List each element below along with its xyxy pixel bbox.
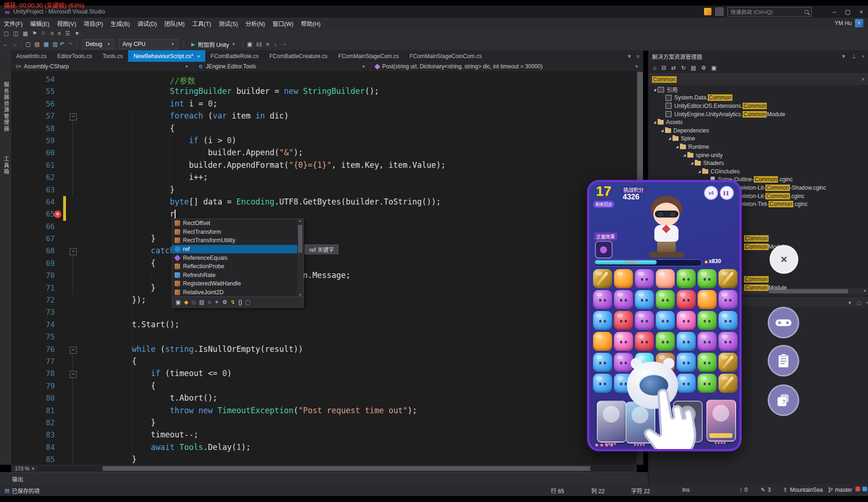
tree-item[interactable]: ◢CGIncludes: [648, 167, 868, 176]
restore-icon[interactable]: ▢: [857, 300, 861, 305]
frog-tile[interactable]: [698, 311, 717, 330]
tree-item-fragment[interactable]: Common: [744, 235, 769, 242]
tree-item[interactable]: ◢Shaders: [648, 159, 868, 167]
menu-item[interactable]: 工具(T): [189, 18, 215, 29]
pig-tile[interactable]: [677, 311, 696, 330]
zoom-level-dropdown[interactable]: 173 %: [11, 466, 31, 471]
tree-item[interactable]: UnityEngine.UnityAnalytics.CommonModule: [648, 110, 868, 119]
code-line[interactable]: 78− if (timeout <= 0): [11, 368, 637, 380]
user-area[interactable]: YM Hu Y: [835, 19, 868, 27]
purple-cat-tile[interactable]: [593, 290, 612, 309]
scroll-right-icon[interactable]: ►: [863, 289, 867, 293]
outline-icon[interactable]: ☰: [65, 31, 70, 36]
new-window-icon[interactable]: ▢: [4, 31, 9, 36]
document-tab[interactable]: AssetInfo.cs: [11, 50, 52, 62]
maximize-button[interactable]: ▢: [841, 6, 855, 18]
popup-scrollbar[interactable]: ▲▼: [297, 219, 303, 297]
bunny-tile[interactable]: [635, 290, 654, 309]
stop-icon[interactable]: ■: [266, 41, 269, 47]
overlay-gamepad-button[interactable]: [768, 307, 799, 338]
step-into-icon[interactable]: ⇣: [273, 41, 278, 47]
menu-item[interactable]: 视图(V): [53, 18, 80, 29]
build-icon[interactable]: ▣: [247, 41, 252, 47]
code-line[interactable]: 74 t.Start();: [11, 319, 637, 331]
overlay-notes-button[interactable]: [768, 345, 799, 376]
chevron-down-icon[interactable]: ▼: [841, 53, 846, 59]
split-window-icon[interactable]: ◫: [13, 31, 18, 36]
code-line[interactable]: 77 {: [11, 356, 637, 368]
purple-cat-tile[interactable]: [718, 332, 737, 351]
sidebar-tab-server-explorer[interactable]: 服务器资源管理器: [2, 82, 10, 132]
scrollbar-thumb[interactable]: [103, 466, 590, 471]
notification-icon[interactable]: [704, 8, 711, 15]
tree-item[interactable]: ◢spine-unity: [648, 151, 868, 159]
menu-item[interactable]: 帮助(H): [297, 18, 324, 29]
collapse-all-icon[interactable]: ⊟: [661, 65, 666, 71]
code-line[interactable]: 72 });: [11, 294, 637, 306]
tree-item-fragment[interactable]: CommonModule: [744, 284, 787, 291]
bunny-tile[interactable]: [656, 311, 675, 330]
classes-icon[interactable]: ◆: [184, 299, 188, 305]
code-line[interactable]: 84 await Tools.Delay(1);: [11, 442, 637, 454]
code-line[interactable]: 60 builder.Append("&");: [11, 147, 637, 159]
code-line[interactable]: 71 }: [11, 282, 637, 294]
error-icon[interactable]: ×: [54, 211, 61, 218]
wand-tile[interactable]: [718, 374, 737, 393]
menu-item[interactable]: 窗口(W): [269, 18, 297, 29]
document-tab[interactable]: EditorTools.cs: [52, 50, 97, 62]
close-tab-icon[interactable]: ×: [197, 53, 200, 59]
menu-item[interactable]: 编辑(E): [26, 18, 53, 29]
keywords-icon[interactable]: ▢: [245, 299, 250, 305]
panel-title-bar[interactable]: 解决方案资源管理器 ▼ ⊥ ×: [648, 50, 868, 62]
bunny-tile[interactable]: [718, 311, 737, 330]
intellisense-item[interactable]: ref: [172, 245, 303, 254]
purple-cat-tile[interactable]: [718, 290, 737, 309]
code-line[interactable]: 66: [11, 221, 637, 233]
preview-icon[interactable]: ▣: [711, 65, 717, 71]
fold-toggle[interactable]: −: [70, 248, 77, 255]
code-line[interactable]: 61 builder.AppendFormat("{0}={1}", item.…: [11, 159, 637, 172]
orange-tile[interactable]: [614, 269, 633, 288]
redo-icon[interactable]: ↷: [68, 41, 72, 47]
layout-icon[interactable]: [715, 7, 724, 16]
close-icon[interactable]: ×: [862, 53, 865, 59]
purple-cat-tile[interactable]: [635, 269, 654, 288]
pin-icon[interactable]: ⊥: [852, 53, 856, 59]
intellisense-item[interactable]: ReferenceEquals: [172, 253, 303, 262]
comment-block-icon[interactable]: ≡: [51, 31, 54, 36]
code-line[interactable]: 57− foreach (var item in dic): [11, 110, 637, 122]
outgoing-commits[interactable]: ↑0: [739, 487, 748, 493]
code-line[interactable]: 55 StringBuilder builder = new StringBui…: [11, 86, 637, 98]
code-line[interactable]: 63 }: [11, 184, 637, 196]
attach-to-unity-button[interactable]: ▶ 附加到 Unity ▼: [188, 40, 239, 48]
code-line[interactable]: 80 t.Abort();: [11, 392, 637, 404]
peach-tile[interactable]: [656, 269, 675, 288]
frog-tile[interactable]: [698, 269, 717, 288]
pause-icon[interactable]: ▮▮: [256, 41, 262, 47]
expanded-arrow-icon[interactable]: ◢: [652, 120, 658, 124]
more-options-icon[interactable]: ▼: [74, 31, 80, 36]
code-line[interactable]: 64 byte[] data = Encoding.UTF8.GetBytes(…: [11, 196, 637, 208]
code-line[interactable]: 82 }: [11, 417, 637, 429]
document-tab[interactable]: FComMainStageCom.cs: [333, 50, 404, 62]
configuration-dropdown[interactable]: Debug▼: [82, 39, 114, 49]
branch-indicator[interactable]: master: [829, 487, 852, 493]
intellisense-item[interactable]: ReflectionProbe: [172, 262, 303, 271]
code-line[interactable]: 67 }: [11, 233, 637, 245]
close-icon[interactable]: ×: [866, 300, 868, 305]
open-file-icon[interactable]: ▤: [34, 41, 39, 47]
interfaces-icon[interactable]: ○: [208, 299, 211, 305]
quick-launch-search[interactable]: 快速启动 (Ctrl+Q): [727, 7, 812, 17]
sync-active-icon[interactable]: ⇄: [671, 65, 676, 71]
events-icon[interactable]: ↯: [230, 299, 235, 305]
menu-item[interactable]: 生成(B): [107, 18, 134, 29]
bunny-tile[interactable]: [593, 374, 612, 393]
intellisense-item[interactable]: RectOffset: [172, 219, 303, 228]
tree-item[interactable]: System.Data.Common: [648, 94, 868, 102]
pause-button[interactable]: ▌▌: [720, 186, 734, 200]
back-icon[interactable]: ←: [3, 41, 8, 47]
document-tab[interactable]: Tools.cs: [98, 50, 128, 62]
expanded-arrow-icon[interactable]: ◢: [682, 153, 687, 157]
expanded-arrow-icon[interactable]: ◢: [659, 129, 665, 132]
expanded-arrow-icon[interactable]: ◢: [697, 170, 702, 173]
